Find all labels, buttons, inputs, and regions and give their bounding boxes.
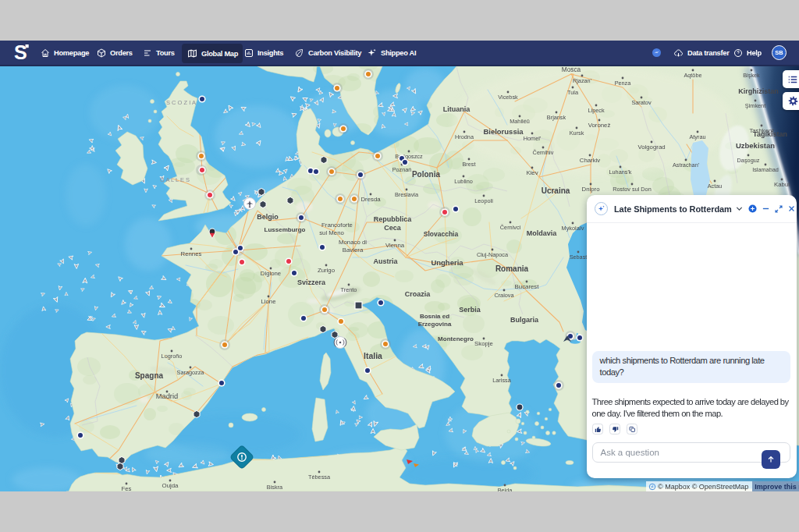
svg-text:Breslavia: Breslavia	[395, 191, 419, 198]
svg-text:Ucraina: Ucraina	[542, 186, 570, 195]
svg-text:Montenegro: Montenegro	[438, 335, 474, 342]
svg-text:Hrodna: Hrodna	[455, 133, 474, 140]
svg-text:Bişkek: Bişkek	[743, 72, 760, 79]
svg-text:Cluj-Napoca: Cluj-Napoca	[477, 251, 509, 258]
svg-text:Polonia: Polonia	[412, 170, 441, 179]
svg-text:Tébessa: Tébessa	[308, 473, 331, 481]
svg-text:G A L L E S: G A L L E S	[160, 176, 190, 183]
svg-text:Belgio: Belgio	[257, 213, 279, 221]
svg-text:Atyrau: Atyrau	[689, 133, 705, 140]
svg-text:Penza: Penza	[615, 80, 632, 87]
svg-text:Sebast: Sebast	[570, 254, 588, 261]
svg-text:Skopje: Skopje	[474, 340, 493, 347]
svg-text:Italia: Italia	[364, 351, 382, 360]
svg-text:Volgograd: Volgograd	[637, 144, 665, 151]
svg-text:Romania: Romania	[495, 264, 529, 273]
svg-text:Astrachan': Astrachan'	[673, 161, 700, 168]
svg-text:Zurigo: Zurigo	[318, 267, 336, 274]
svg-text:Actau: Actau	[708, 183, 723, 190]
svg-text:Daşoguz: Daşoguz	[737, 157, 760, 164]
svg-text:Serbia: Serbia	[459, 306, 481, 314]
svg-text:Francoforte: Francoforte	[321, 222, 353, 229]
svg-text:Saragozza: Saragozza	[177, 369, 205, 376]
svg-text:Voronež: Voronež	[588, 122, 611, 129]
svg-text:Lipeck: Lipeck	[588, 107, 604, 114]
svg-text:Ceca: Ceca	[384, 224, 402, 232]
svg-text:Luhans'k: Luhans'k	[609, 168, 632, 176]
svg-text:Larissa: Larissa	[492, 377, 511, 384]
svg-text:Ungheria: Ungheria	[431, 258, 463, 267]
svg-text:Dresda: Dresda	[360, 196, 381, 203]
svg-text:Brjansk: Brjansk	[547, 114, 566, 121]
svg-text:Bosnia ed: Bosnia ed	[420, 313, 449, 320]
svg-text:Erzegovina: Erzegovina	[418, 321, 452, 328]
svg-text:Oujda: Oujda	[162, 482, 179, 489]
svg-text:Rennes: Rennes	[181, 250, 202, 257]
svg-text:Baviera: Baviera	[343, 246, 364, 254]
svg-text:Lublino: Lublino	[454, 178, 473, 185]
svg-text:Bulgaria: Bulgaria	[510, 316, 539, 324]
svg-text:Kabul: Kabul	[774, 181, 790, 188]
svg-text:Digione: Digione	[261, 270, 281, 277]
svg-text:Logroño: Logroño	[162, 353, 183, 360]
svg-text:Monaco di: Monaco di	[339, 239, 367, 246]
svg-text:Rjazan': Rjazan'	[573, 77, 592, 84]
svg-text:Lituania: Lituania	[443, 105, 471, 113]
svg-text:Lione: Lione	[261, 298, 275, 305]
svg-text:Dnipro: Dnipro	[582, 186, 601, 193]
svg-text:Vicebsk: Vicebsk	[498, 94, 518, 101]
svg-text:sul Meno: sul Meno	[319, 229, 344, 236]
svg-text:Fes: Fes	[122, 485, 132, 491]
svg-text:Kursk: Kursk	[570, 129, 584, 137]
svg-text:Mosca: Mosca	[562, 66, 581, 73]
svg-text:Croazia: Croazia	[405, 290, 431, 298]
svg-text:Charkiv: Charkiv	[580, 157, 601, 164]
svg-text:S: S	[14, 42, 27, 63]
svg-text:Bucarest: Bucarest	[515, 283, 540, 290]
svg-text:Slovacchia: Slovacchia	[424, 230, 459, 238]
svg-text:Bielorussia: Bielorussia	[483, 127, 524, 136]
svg-text:Tashkent: Tashkent	[749, 127, 774, 134]
svg-text:Kirghizistan: Kirghizistan	[738, 87, 779, 95]
svg-text:Brest: Brest	[462, 161, 475, 168]
svg-text:Tula: Tula	[567, 89, 579, 96]
svg-text:Moldavia: Moldavia	[527, 229, 558, 237]
svg-text:Repubblica: Repubblica	[374, 215, 413, 223]
svg-text:Lussemburgo: Lussemburgo	[265, 226, 306, 233]
svg-text:Černivci: Černivci	[500, 224, 521, 231]
svg-text:Mahiléŭ: Mahiléŭ	[510, 118, 530, 125]
svg-text:Saratov: Saratov	[631, 99, 651, 106]
svg-text:S C O Z I A: S C O Z I A	[166, 99, 196, 106]
svg-text:Austria: Austria	[373, 257, 398, 265]
svg-text:Aqtöbe: Aqtöbe	[684, 72, 701, 79]
svg-text:Svizzera: Svizzera	[297, 278, 326, 286]
svg-text:Mykolaïv: Mykolaïv	[562, 225, 584, 232]
svg-text:Kiev: Kiev	[526, 169, 538, 176]
svg-text:Madrid: Madrid	[156, 392, 178, 400]
svg-text:Şimkent: Şimkent	[745, 102, 765, 109]
svg-text:Spagna: Spagna	[135, 371, 164, 380]
svg-text:Vienna: Vienna	[385, 242, 405, 249]
svg-text:Leopoli: Leopoli	[474, 197, 493, 204]
svg-text:Islamabad: Islamabad	[752, 166, 779, 173]
svg-text:Homel': Homel'	[524, 135, 542, 142]
svg-text:Rostov sul Don: Rostov sul Don	[613, 186, 651, 193]
svg-text:Beida: Beida	[498, 487, 513, 491]
svg-text:Černihiv: Černihiv	[533, 149, 554, 156]
svg-text:Biskra: Biskra	[267, 484, 283, 491]
svg-text:Trento: Trento	[341, 286, 357, 293]
svg-text:Poznań: Poznań	[392, 166, 412, 173]
svg-text:Uzbekistan: Uzbekistan	[736, 141, 775, 150]
svg-text:Craiova: Craiova	[494, 292, 514, 299]
